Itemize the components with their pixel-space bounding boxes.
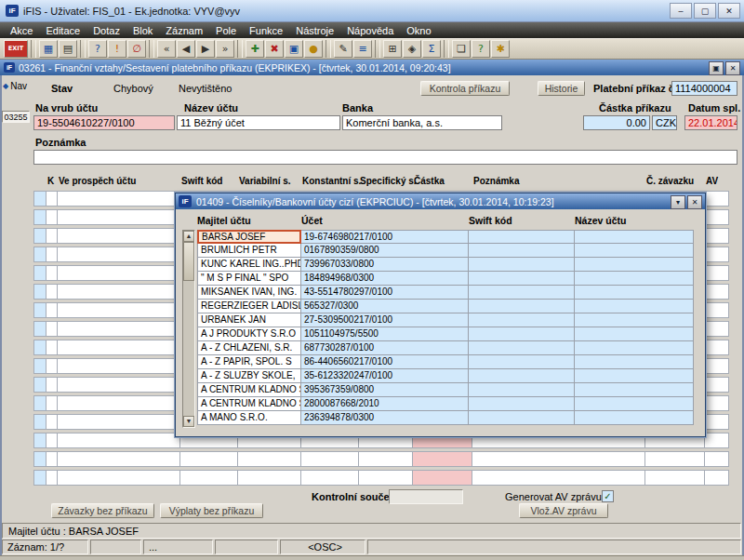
dialog-cell-swift[interactable] [469,272,575,286]
zavazky-bez-prikazu-button[interactable]: Závazky bez příkazu [51,503,154,518]
grid-cell[interactable] [46,414,58,430]
grid-row[interactable] [33,470,729,486]
grid-cell[interactable] [46,284,58,300]
menu-item[interactable]: Nápověda [340,25,400,36]
grid-cell[interactable] [58,414,180,430]
list-values-icon[interactable]: ≡ [353,40,372,58]
next-record-icon[interactable]: ▶ [196,40,215,58]
grid-cell[interactable] [33,358,46,374]
mena-field[interactable]: CZK [652,115,677,130]
info-icon[interactable]: ✱ [491,40,510,58]
dialog-cell-account[interactable]: 739967033/0800 [301,258,469,272]
dialog-cell-account[interactable]: 565327/0300 [301,300,469,313]
help-icon[interactable]: ? [472,40,490,58]
grid-cell[interactable] [180,470,238,486]
dialog-cell-account[interactable]: 236394878/0300 [301,411,469,425]
grid-cell[interactable] [705,302,729,318]
kontrolni-soucet-field[interactable] [389,489,463,504]
dialog-cell-swift[interactable] [469,230,575,244]
grid-cell[interactable] [33,302,46,318]
menu-item[interactable]: Akce [4,25,39,36]
dialog-cell-name[interactable] [575,286,694,300]
grid-cell[interactable] [33,451,46,467]
dialog-cell-account[interactable]: 35-6123320247/0100 [301,369,469,383]
menu-item[interactable]: Záznam [159,25,209,36]
dialog-cell-account[interactable]: 1051104975/5500 [301,327,469,341]
dialog-dock-icon[interactable]: ▾ [671,195,685,209]
grid-cell[interactable] [705,433,729,448]
dialog-row[interactable]: A - Z PAPIR, SPOL. S 86-4406560217/0100 [197,355,694,369]
dialog-cell-name[interactable] [575,313,694,327]
grid-cell[interactable] [58,191,180,207]
dialog-cell-swift[interactable] [469,411,575,425]
grid-cell[interactable] [46,470,58,486]
enter-query-icon[interactable]: ? [88,40,107,58]
grid-cell[interactable] [180,451,238,467]
dialog-cell-swift[interactable] [469,286,575,300]
grid-cell[interactable] [413,451,472,467]
grid-cell[interactable] [58,209,180,225]
dialog-cell-account[interactable]: 2800087668/2010 [301,397,469,411]
cancel-query-icon[interactable]: ∅ [127,40,146,58]
grid-cell[interactable] [46,265,58,281]
dialog-cell-swift[interactable] [469,355,575,369]
grid-cell[interactable] [58,302,180,318]
grid-cell[interactable] [58,228,180,244]
mdi-restore-icon[interactable]: ▣ [709,61,724,75]
dialog-cell-owner[interactable]: A CENTRUM KLADNO S.R [197,383,301,397]
dialog-cell-account[interactable]: 43-5514780297/0100 [301,286,469,300]
grid-cell[interactable] [58,358,180,374]
scroll-thumb[interactable] [183,242,194,281]
mdi-titlebar[interactable]: iF 03261 - Finanční vztahy/Sestavení pla… [0,60,744,75]
dialog-cell-name[interactable] [575,355,694,369]
dialog-cell-name[interactable] [575,272,694,286]
dialog-cell-owner[interactable]: URBANEK JAN [197,313,301,327]
dialog-cell-name[interactable] [575,244,694,258]
grid-cell[interactable] [472,470,645,486]
dialog-row[interactable]: A J PRODUKTY S.R.O 1051104975/5500 [197,327,694,341]
dialog-row[interactable]: BRUMLICH PETR 0167890359/0800 [197,244,694,258]
grid-cell[interactable] [359,470,413,486]
grid-cell[interactable] [46,358,58,374]
grid-cell[interactable] [58,321,180,337]
print-icon[interactable]: ▤ [59,40,77,58]
grid-cell[interactable] [33,321,46,337]
dialog-cell-owner[interactable]: A J PRODUKTY S.R.O [197,327,301,341]
menu-item[interactable]: Okno [400,25,437,36]
dialog-cell-owner[interactable]: BRUMLICH PETR [197,244,301,258]
grid-cell[interactable] [33,470,46,486]
duplicate-record-icon[interactable]: ▣ [285,40,303,58]
grid-cell[interactable] [58,340,180,355]
grid-cell[interactable] [705,358,729,374]
save-icon[interactable]: ▦ [39,40,58,58]
menu-item[interactable]: Nástroje [289,25,340,36]
grid-cell[interactable] [46,377,58,393]
dialog-cell-swift[interactable] [469,383,575,397]
grid-cell[interactable] [58,395,180,411]
historie-button[interactable]: Historie [538,81,585,96]
calculator-icon[interactable]: ◈ [403,40,421,58]
execute-query-icon[interactable]: ! [108,40,126,58]
castka-field[interactable]: 0.00 [583,115,650,130]
dialog-row[interactable]: A CENTRUM KLADNO S.R 395367359/0800 [197,383,694,397]
window-list-icon[interactable]: ❏ [452,40,471,58]
menu-item[interactable]: Blok [126,25,159,36]
dialog-cell-owner[interactable]: A MANO S.R.O. [197,411,301,425]
dialog-row[interactable]: KUNC KAREL ING..PHD 739967033/0800 [197,258,694,272]
dialog-cell-account[interactable]: 86-4406560217/0100 [301,355,469,369]
dialog-cell-name[interactable] [575,397,694,411]
scroll-down-icon[interactable]: ▼ [183,416,194,427]
scroll-up-icon[interactable]: ▲ [183,231,194,242]
banka-field[interactable]: Komerční banka, a.s. [342,115,502,130]
dialog-cell-account[interactable]: 395367359/0800 [301,383,469,397]
dialog-cell-swift[interactable] [469,397,575,411]
dialog-cell-owner[interactable]: A - Z CHLAZENI, S.R. [197,341,301,355]
menu-item[interactable]: Dotaz [86,25,126,36]
grid-cell[interactable] [33,395,46,411]
grid-cell[interactable] [58,451,180,467]
grid-cell[interactable] [33,377,46,393]
lock-record-icon[interactable]: ● [304,40,323,58]
dialog-row[interactable]: A MANO S.R.O. 236394878/0300 [197,411,694,425]
dialog-cell-name[interactable] [575,327,694,341]
grid-cell[interactable] [705,265,729,281]
